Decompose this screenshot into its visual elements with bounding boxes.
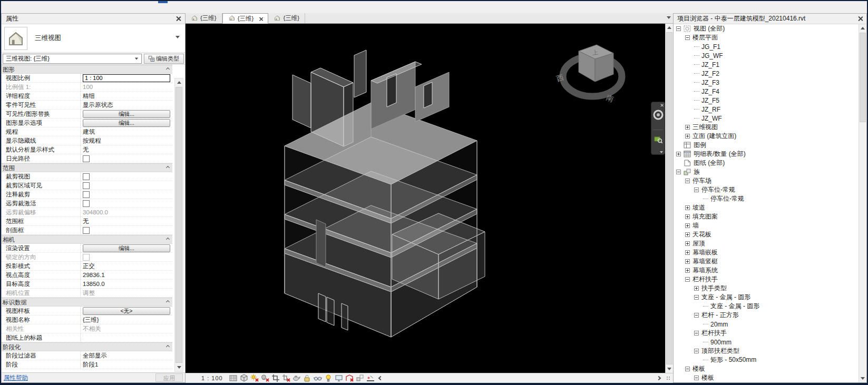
detail-level-icon[interactable] [229, 374, 238, 382]
tree-item[interactable]: JZ_RF [674, 105, 858, 114]
scrollbar-thumb[interactable] [175, 87, 182, 363]
tree-item[interactable]: 视图 (全部) [674, 24, 858, 33]
tree-item[interactable]: 停车场 [674, 176, 858, 185]
checkbox[interactable] [83, 227, 90, 234]
canvas-vertical-scrollbar[interactable] [665, 24, 673, 373]
checkbox[interactable] [83, 155, 90, 162]
scroll-right-icon[interactable] [657, 376, 661, 380]
expander-icon[interactable] [685, 205, 690, 210]
expander-icon[interactable] [676, 152, 681, 156]
scrollbar-thumb[interactable] [860, 33, 866, 122]
expander-icon[interactable] [694, 376, 699, 380]
tree-item[interactable]: 支座 - 金属 - 圆形 [674, 302, 858, 311]
reveal-hidden-elements-icon[interactable] [324, 374, 333, 382]
unlocked-view-icon[interactable] [303, 374, 311, 382]
resize-grip[interactable] [666, 376, 671, 381]
tree-item[interactable]: 立面 (建筑立面) [674, 132, 858, 141]
view-tab[interactable]: {三维} [186, 13, 222, 23]
expander-icon[interactable] [685, 241, 690, 246]
checkbox[interactable] [83, 200, 90, 207]
collapse-section-icon[interactable] [166, 166, 170, 170]
section-header[interactable]: 范围 [2, 163, 172, 172]
tree-item[interactable]: 图例 [674, 141, 858, 150]
reveal-constraints-icon[interactable] [366, 374, 375, 382]
zoom-region-icon[interactable] [654, 135, 662, 143]
tree-item[interactable]: 楼板 [674, 364, 858, 373]
tree-item[interactable]: 停车位-常规 [674, 185, 858, 194]
tree-item[interactable]: 矩形 - 50x50mm [674, 356, 858, 364]
expander-icon[interactable] [694, 331, 699, 335]
tree-item[interactable]: 族 [674, 167, 858, 176]
property-value-input[interactable] [83, 74, 170, 82]
chevron-down-icon[interactable] [175, 36, 180, 38]
tree-item[interactable]: 图纸 (全部) [674, 159, 858, 167]
expander-icon[interactable] [685, 214, 690, 219]
tree-item[interactable]: 栏杆扶手 [674, 329, 858, 338]
tree-item[interactable]: JG_WF [674, 51, 858, 60]
checkbox[interactable] [83, 191, 90, 198]
properties-scrollbar[interactable] [174, 78, 183, 372]
visual-style-icon[interactable] [239, 374, 248, 382]
close-icon[interactable] [176, 16, 181, 21]
tree-item[interactable]: 填充图案 [674, 212, 858, 221]
collapse-section-icon[interactable] [166, 300, 170, 304]
close-tab-icon[interactable] [259, 17, 262, 20]
tree-item[interactable]: 900mm [674, 338, 858, 347]
expander-icon[interactable] [685, 232, 690, 237]
tree-item[interactable]: JZ_F2 [674, 69, 858, 78]
collapse-section-icon[interactable] [166, 345, 170, 349]
expander-icon[interactable] [685, 277, 690, 282]
scroll-down-button[interactable] [859, 374, 866, 382]
tree-item[interactable]: 栏杆扶手 [674, 275, 858, 284]
expander-icon[interactable] [685, 250, 690, 255]
expander-icon[interactable] [694, 313, 699, 318]
tree-item[interactable]: JZ_F4 [674, 87, 858, 96]
temporary-hide-isolate-icon[interactable] [313, 374, 322, 382]
tree-item[interactable]: 栏杆 - 正方形 [674, 311, 858, 320]
collapse-section-icon[interactable] [166, 238, 170, 241]
tree-item[interactable]: 幕墙竖梃 [674, 257, 858, 266]
tree-item[interactable]: 明细表/数量 (全部) [674, 150, 858, 159]
crop-view-icon[interactable] [271, 374, 280, 382]
sun-path-off-icon[interactable] [250, 374, 259, 382]
view-tab[interactable]: {三维} [268, 13, 305, 23]
tree-item[interactable]: 停车位-常规 [674, 194, 858, 203]
checkbox[interactable] [83, 182, 90, 189]
expander-icon[interactable] [676, 26, 681, 31]
properties-help-link[interactable]: 属性帮助 [4, 374, 28, 382]
expander-icon[interactable] [685, 35, 690, 40]
section-header[interactable]: 图形 [2, 65, 172, 74]
steering-wheel-icon[interactable] [653, 110, 664, 120]
rendering-dialog-icon[interactable] [292, 374, 301, 382]
expander-icon[interactable] [694, 187, 699, 192]
analytical-model-off-icon[interactable] [345, 374, 354, 382]
tree-item[interactable]: 幕墙系统 [674, 266, 858, 275]
crop-region-off-icon[interactable] [281, 374, 290, 382]
type-selector-combobox[interactable]: 三维视图: {三维} [3, 54, 142, 64]
properties-title-bar[interactable]: 属性 [2, 14, 185, 24]
collapse-section-icon[interactable] [166, 67, 170, 71]
navigation-bar[interactable] [651, 102, 665, 155]
navigation-bar-menu-icon[interactable] [660, 151, 663, 153]
tree-item[interactable]: 幕墙嵌板 [674, 248, 858, 257]
property-value-button[interactable]: 编辑... [83, 244, 170, 252]
scroll-up-button[interactable] [666, 24, 673, 32]
tree-item[interactable]: 扶手类型 [674, 284, 858, 293]
expander-icon[interactable] [694, 286, 699, 291]
tree-item[interactable]: 坡道 [674, 203, 858, 212]
tree-item[interactable]: 屋顶 [674, 239, 858, 248]
property-value-button[interactable]: 编辑... [83, 119, 170, 127]
close-icon[interactable] [660, 104, 662, 106]
scroll-down-button[interactable] [175, 363, 183, 371]
tree-item[interactable]: 三维视图 [674, 123, 858, 132]
tree-item[interactable]: 支座 - 金属 - 圆形 [674, 293, 858, 302]
section-header[interactable]: 标识数据 [2, 298, 172, 307]
view-tab[interactable]: {三维} [222, 13, 269, 24]
close-icon[interactable] [858, 16, 863, 21]
tree-item[interactable]: JZ_F1 [674, 60, 858, 69]
displacement-sets-icon[interactable] [355, 374, 364, 382]
section-header[interactable]: 相机 [2, 235, 172, 244]
expander-icon[interactable] [694, 295, 699, 300]
tree-item[interactable]: JG_F1 [674, 42, 858, 51]
scroll-down-button[interactable] [666, 365, 673, 373]
